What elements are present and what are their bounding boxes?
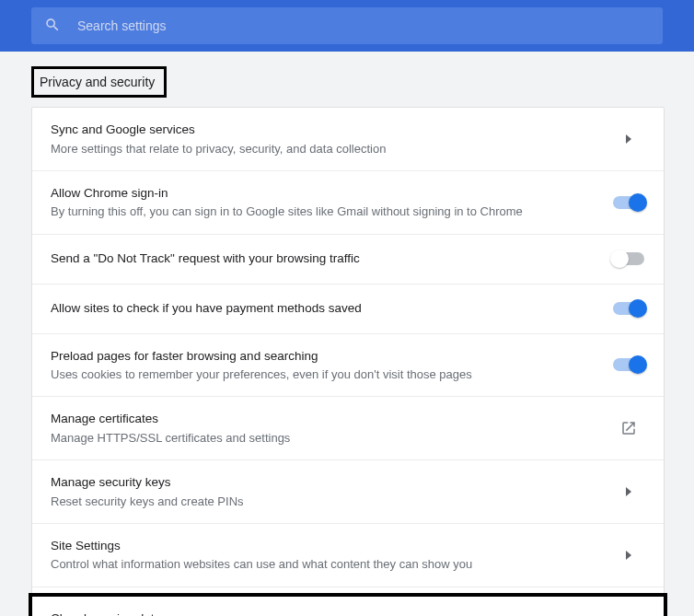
row-desc: By turning this off, you can sign in to … [51, 203, 612, 220]
row-clear-browsing-data[interactable]: Clear browsing data Clear history, cooki… [29, 593, 667, 617]
row-do-not-track: Send a "Do Not Track" request with your … [32, 235, 664, 285]
row-title: Allow Chrome sign-in [51, 184, 612, 203]
row-title: Sync and Google services [51, 121, 612, 139]
chevron-right-icon [612, 551, 645, 560]
chevron-right-icon [612, 134, 645, 144]
row-title: Manage certificates [51, 410, 612, 428]
row-payment-methods: Allow sites to check if you have payment… [32, 285, 664, 334]
row-title: Send a "Do Not Track" request with your … [51, 250, 612, 268]
row-manage-security-keys[interactable]: Manage security keys Reset security keys… [32, 460, 664, 524]
settings-header [0, 0, 694, 52]
row-title: Clear browsing data [51, 610, 612, 617]
privacy-panel: Sync and Google services More settings t… [31, 107, 665, 616]
row-desc: More settings that relate to privacy, se… [51, 141, 612, 157]
row-title: Preload pages for faster browsing and se… [51, 347, 612, 366]
row-sync-google-services[interactable]: Sync and Google services More settings t… [32, 108, 664, 171]
toggle-preload-pages[interactable] [613, 358, 644, 371]
row-title: Manage security keys [51, 473, 612, 492]
row-title: Site Settings [51, 537, 612, 555]
row-allow-chrome-signin: Allow Chrome sign-in By turning this off… [32, 171, 664, 235]
search-box[interactable] [31, 7, 663, 44]
row-preload-pages: Preload pages for faster browsing and se… [32, 334, 664, 398]
toggle-do-not-track[interactable] [613, 252, 644, 265]
row-title: Allow sites to check if you have payment… [51, 299, 612, 318]
toggle-payment-methods[interactable] [613, 302, 644, 315]
open-external-icon [612, 420, 645, 436]
row-desc: Reset security keys and create PINs [51, 494, 612, 510]
row-desc: Control what information websites can us… [51, 556, 612, 573]
search-icon [44, 17, 61, 36]
search-input[interactable] [77, 18, 650, 33]
toggle-chrome-signin[interactable] [613, 196, 644, 209]
row-desc: Uses cookies to remember your preference… [51, 366, 612, 383]
chevron-right-icon [612, 487, 645, 496]
section-title-highlight: Privacy and security [31, 66, 167, 98]
row-desc: Manage HTTPS/SSL certificates and settin… [51, 430, 612, 447]
section-title: Privacy and security [40, 75, 155, 89]
row-site-settings[interactable]: Site Settings Control what information w… [32, 524, 664, 587]
row-manage-certificates[interactable]: Manage certificates Manage HTTPS/SSL cer… [32, 397, 664, 460]
